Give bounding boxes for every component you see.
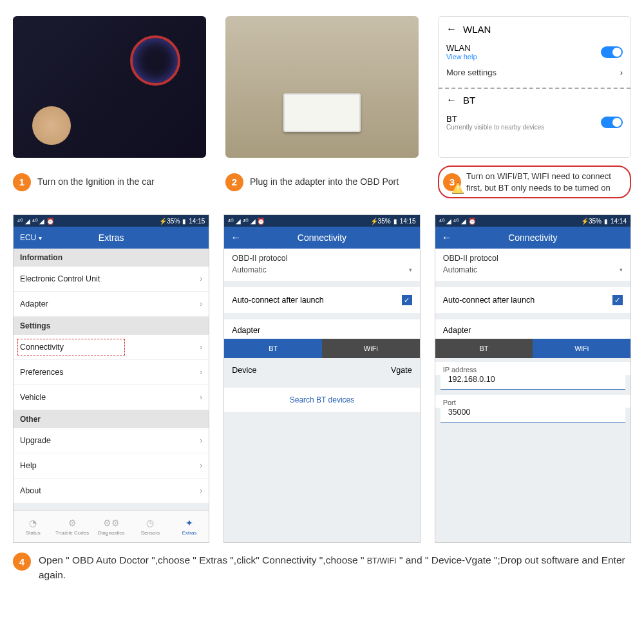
port-input[interactable]: 35000 bbox=[440, 408, 625, 422]
auto-connect-label: Auto-connect after launch bbox=[443, 296, 535, 305]
wlan-label: WLAN bbox=[446, 43, 477, 53]
chevron-right-icon: › bbox=[200, 299, 202, 308]
tab-extras[interactable]: ✦Extras bbox=[170, 511, 209, 542]
step-number-4: 4 bbox=[13, 553, 31, 571]
protocol-label: OBD-II protocol bbox=[224, 249, 419, 264]
tab-sensors[interactable]: ◷Sensors bbox=[131, 511, 170, 542]
tab-diagnostics[interactable]: ⚙⚙Diagnostics bbox=[91, 511, 131, 542]
more-settings-label: More settings bbox=[446, 68, 497, 77]
app-bar-extras: ECU Extras bbox=[14, 227, 209, 249]
item-about[interactable]: About› bbox=[14, 478, 209, 504]
step-3: 3 ! Turn on WIFI/BT, WIFI need to connec… bbox=[438, 166, 631, 198]
adapter-toggle: BT WiFi bbox=[435, 339, 630, 358]
chevron-right-icon: › bbox=[200, 436, 202, 445]
search-bt-button[interactable]: Search BT devices bbox=[224, 388, 419, 412]
chevron-right-icon: › bbox=[200, 461, 202, 470]
wlan-title: WLAN bbox=[463, 24, 491, 35]
wlan-toggle[interactable] bbox=[601, 46, 623, 58]
bt-title: BT bbox=[463, 95, 475, 106]
item-preferences[interactable]: Preferences› bbox=[14, 360, 209, 385]
port-label: Port bbox=[435, 395, 630, 408]
status-bar: ⁴ᴳ ◢ ⁴ᴳ ◢ ⏰ ⚡35%▮ 14:15 bbox=[14, 215, 209, 227]
device-row[interactable]: Device Vgate bbox=[224, 358, 419, 383]
item-adapter[interactable]: Adapter› bbox=[14, 292, 209, 317]
tab-trouble-codes[interactable]: ⚙Trouble Codes bbox=[53, 511, 92, 542]
step-number-1: 1 bbox=[13, 173, 31, 191]
back-arrow-icon[interactable]: ← bbox=[231, 232, 241, 243]
meter-icon: ◷ bbox=[144, 517, 156, 529]
back-arrow-icon[interactable]: ← bbox=[446, 94, 457, 106]
auto-connect-label: Auto-connect after launch bbox=[232, 296, 323, 305]
screen-title: Connectivity bbox=[508, 232, 557, 243]
ip-input[interactable]: 192.168.0.10 bbox=[440, 375, 625, 390]
phone-extras-screen: ⁴ᴳ ◢ ⁴ᴳ ◢ ⏰ ⚡35%▮ 14:15 ECU Extras Infor… bbox=[13, 214, 209, 543]
section-settings: Settings bbox=[14, 317, 209, 335]
view-help-link[interactable]: View help bbox=[446, 53, 477, 61]
status-bar: ⁴ᴳ ◢ ⁴ᴳ ◢ ⏰ ⚡35%▮ 14:14 bbox=[435, 215, 630, 227]
bt-header[interactable]: ← BT bbox=[446, 94, 623, 106]
step-2-text: Plug in the adapter into the OBD Port bbox=[250, 176, 399, 188]
photo-obd-port bbox=[225, 16, 419, 158]
chevron-right-icon: › bbox=[200, 393, 202, 402]
phone-connectivity-bt: ⁴ᴳ ◢ ⁴ᴳ ◢ ⏰ ⚡35%▮ 14:15 ← Connectivity O… bbox=[223, 214, 420, 543]
wlan-header[interactable]: ← WLAN bbox=[446, 23, 623, 35]
item-help[interactable]: Help› bbox=[14, 453, 209, 478]
wifi-bt-settings-card: ← WLAN WLAN View help More settings › ← … bbox=[438, 16, 631, 158]
divider bbox=[439, 88, 630, 89]
screen-title: Connectivity bbox=[298, 232, 346, 243]
step-3-text: Turn on WIFI/BT, WIFI need to connect fi… bbox=[466, 171, 623, 193]
chevron-right-icon: › bbox=[620, 68, 623, 77]
phone-connectivity-wifi: ⁴ᴳ ◢ ⁴ᴳ ◢ ⏰ ⚡35%▮ 14:14 ← Connectivity O… bbox=[435, 214, 631, 543]
engine-icon: ⚙ bbox=[66, 517, 78, 529]
adapter-bt-tab[interactable]: BT bbox=[224, 339, 322, 358]
item-connectivity[interactable]: Connectivity› bbox=[14, 335, 209, 360]
more-settings-row[interactable]: More settings › bbox=[446, 62, 623, 85]
section-other: Other bbox=[14, 410, 209, 428]
chevron-right-icon: › bbox=[200, 343, 202, 352]
adapter-toggle: BT WiFi bbox=[224, 339, 419, 358]
auto-connect-checkbox[interactable]: ✓ bbox=[402, 295, 412, 305]
adapter-label: Adapter bbox=[435, 319, 630, 339]
chevron-right-icon: › bbox=[200, 274, 202, 283]
tab-status[interactable]: ◔Status bbox=[14, 511, 53, 542]
section-information: Information bbox=[14, 249, 209, 267]
gears-icon: ⚙⚙ bbox=[106, 517, 117, 529]
ecu-dropdown[interactable]: ECU bbox=[20, 233, 42, 242]
protocol-dropdown[interactable]: Automatic bbox=[224, 264, 419, 281]
ip-label: IP address bbox=[435, 362, 630, 375]
device-value: Vgate bbox=[391, 366, 412, 375]
photo-ignition bbox=[13, 16, 206, 158]
chevron-right-icon: › bbox=[200, 368, 202, 377]
step-1: 1 Turn on the Ignition in the car bbox=[13, 166, 206, 198]
auto-connect-row[interactable]: Auto-connect after launch ✓ bbox=[435, 287, 630, 313]
step-number-2: 2 bbox=[225, 173, 243, 191]
back-arrow-icon[interactable]: ← bbox=[442, 232, 452, 243]
bt-label: BT bbox=[446, 114, 544, 124]
back-arrow-icon[interactable]: ← bbox=[446, 23, 457, 35]
protocol-dropdown[interactable]: Automatic bbox=[435, 264, 630, 281]
bottom-tab-bar: ◔Status ⚙Trouble Codes ⚙⚙Diagnostics ◷Se… bbox=[14, 510, 209, 542]
protocol-label: OBD-II protocol bbox=[435, 249, 630, 264]
device-label: Device bbox=[232, 366, 256, 375]
adapter-wifi-tab[interactable]: WiFi bbox=[533, 339, 630, 358]
extras-icon: ✦ bbox=[184, 517, 195, 529]
adapter-label: Adapter bbox=[224, 319, 419, 339]
item-vehicle[interactable]: Vehicle› bbox=[14, 385, 209, 410]
app-bar-connectivity: ← Connectivity bbox=[435, 227, 630, 249]
step-4: 4 Open " OBD Auto Doctor ",choose " Extr… bbox=[13, 553, 631, 583]
step-number-3: 3 ! bbox=[443, 173, 461, 191]
adapter-bt-tab[interactable]: BT bbox=[435, 339, 533, 358]
chevron-right-icon: › bbox=[200, 486, 202, 495]
status-bar: ⁴ᴳ ◢ ⁴ᴳ ◢ ⏰ ⚡35%▮ 14:15 bbox=[224, 215, 419, 227]
bt-toggle[interactable] bbox=[601, 117, 623, 128]
item-ecu[interactable]: Electronic Control Unit› bbox=[14, 267, 209, 292]
step-4-text: Open " OBD Auto Doctor ",choose " Extras… bbox=[39, 553, 631, 583]
adapter-wifi-tab[interactable]: WiFi bbox=[322, 339, 420, 358]
app-bar-connectivity: ← Connectivity bbox=[224, 227, 419, 249]
bt-subtitle: Currently visible to nearby devices bbox=[446, 124, 544, 131]
item-upgrade[interactable]: Upgrade› bbox=[14, 428, 209, 453]
auto-connect-row[interactable]: Auto-connect after launch ✓ bbox=[224, 287, 419, 313]
step-2: 2 Plug in the adapter into the OBD Port bbox=[225, 166, 419, 198]
auto-connect-checkbox[interactable]: ✓ bbox=[612, 295, 623, 305]
screen-title: Extras bbox=[99, 232, 124, 243]
